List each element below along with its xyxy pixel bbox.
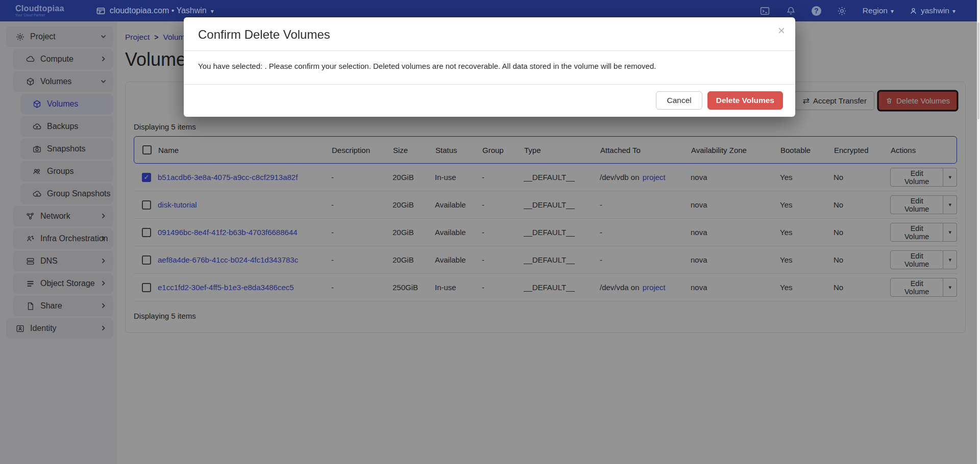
- context-label: cloudtopiaa.com • Yashwin: [110, 6, 207, 15]
- user-menu[interactable]: yashwin: [909, 6, 955, 15]
- navbar-right: Region yashwin: [760, 6, 955, 16]
- username-label: yashwin: [921, 6, 949, 15]
- project-context-switcher[interactable]: cloudtopiaa.com • Yashwin: [96, 6, 214, 16]
- confirm-delete-modal: Confirm Delete Volumes × You have select…: [184, 17, 795, 117]
- notifications-bell-icon[interactable]: [786, 6, 796, 16]
- region-label: Region: [863, 6, 888, 15]
- user-icon: [909, 7, 918, 15]
- scrollbar-thumb[interactable]: [977, 22, 979, 119]
- brand-name: Cloudtopiaa: [15, 5, 64, 13]
- region-dropdown[interactable]: Region: [863, 6, 894, 15]
- modal-body-text: You have selected: . Please confirm your…: [184, 51, 795, 85]
- panel-icon: [96, 6, 106, 16]
- chevron-down-icon: [952, 6, 955, 15]
- cancel-button[interactable]: Cancel: [656, 91, 702, 110]
- chevron-down-icon: [211, 6, 214, 15]
- help-badge: [812, 6, 821, 16]
- brand-logo[interactable]: Cloudtopiaa Your Cloud Partner: [15, 5, 64, 17]
- help-icon[interactable]: [812, 6, 821, 16]
- chevron-down-icon: [891, 6, 894, 15]
- settings-gear-icon[interactable]: [837, 6, 847, 16]
- modal-title: Confirm Delete Volumes: [198, 28, 781, 42]
- modal-footer: Cancel Delete Volumes: [184, 85, 795, 117]
- brand-tagline: Your Cloud Partner: [15, 14, 64, 17]
- modal-header: Confirm Delete Volumes ×: [184, 17, 795, 51]
- confirm-delete-button[interactable]: Delete Volumes: [707, 91, 783, 110]
- close-icon[interactable]: ×: [778, 24, 785, 37]
- scrollbar[interactable]: [977, 0, 980, 464]
- console-icon[interactable]: [760, 6, 770, 16]
